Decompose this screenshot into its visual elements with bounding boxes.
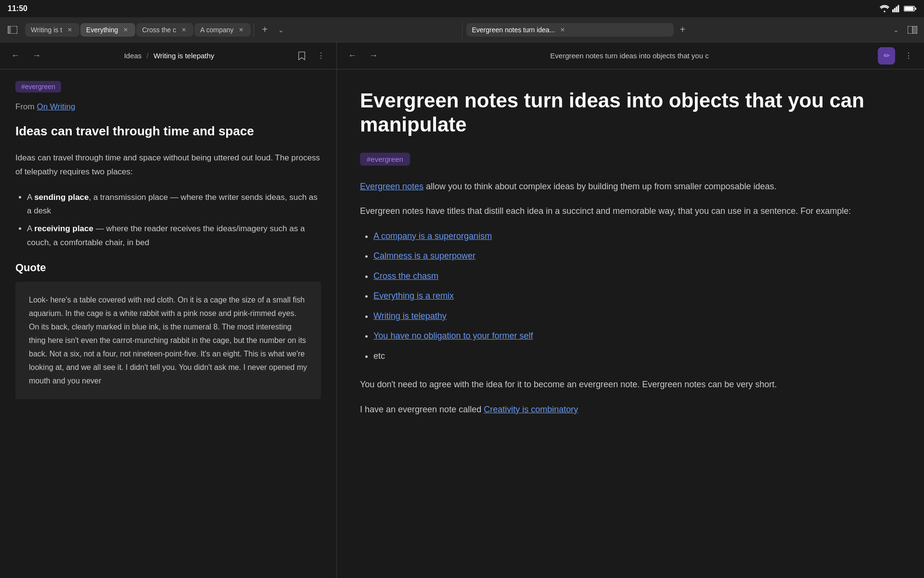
tab-separator	[254, 23, 254, 37]
tab-evergreen-close[interactable]: ✕	[559, 26, 566, 34]
quote-text: Look- here's a table covered with red cl…	[29, 293, 308, 388]
svg-rect-10	[912, 26, 917, 34]
bullet-writing: Writing is telepathy	[373, 309, 901, 324]
left-pane-content: #evergreen From On Writing Ideas can tra…	[0, 69, 336, 578]
tab-cross-label: Cross the c	[142, 26, 176, 34]
svg-rect-5	[915, 7, 916, 10]
signal-icon	[892, 5, 901, 13]
left-forward-button[interactable]: →	[29, 48, 44, 64]
status-time: 11:50	[8, 4, 27, 13]
wifi-icon	[880, 5, 889, 13]
left-tag[interactable]: #evergreen	[15, 81, 61, 92]
etc-text: etc	[373, 351, 385, 361]
tab-everything[interactable]: Everything ✕	[80, 23, 135, 37]
tab-writing-close[interactable]: ✕	[66, 26, 74, 34]
tab-add-left-button[interactable]: +	[257, 22, 272, 38]
right-tag[interactable]: #evergreen	[360, 153, 410, 166]
right-body-agree: You don't need to agree with the idea fo…	[360, 377, 901, 393]
breadcrumb-current: Writing is telepathy	[154, 52, 214, 60]
breadcrumb-parent: Ideas	[124, 52, 142, 60]
bullet-etc: etc	[373, 349, 901, 364]
tab-dropdown-right-button[interactable]: ⌄	[888, 22, 904, 38]
left-toolbar-icons: ⋮	[294, 48, 329, 64]
tab-everything-close[interactable]: ✕	[122, 26, 129, 34]
blockquote: Look- here's a table covered with red cl…	[15, 282, 321, 399]
right-body-evergreen-link: Evergreen notes allow you to think about…	[360, 179, 901, 195]
creativity-link[interactable]: Creativity is combinatory	[484, 405, 578, 414]
right-title: Evergreen notes turn ideas into objects …	[360, 89, 901, 137]
svg-rect-8	[8, 26, 11, 34]
status-icons	[880, 5, 916, 13]
sidebar-toggle-button[interactable]	[4, 21, 21, 39]
tab-company[interactable]: A company ✕	[194, 23, 251, 37]
main-content: ← → Ideas / Writing is telepathy ⋮ #ever…	[0, 42, 924, 578]
left-more-button[interactable]: ⋮	[313, 48, 329, 64]
tab-writing[interactable]: Writing is t ✕	[25, 23, 79, 37]
right-body-titles: Evergreen notes have titles that distill…	[360, 204, 901, 219]
tab-cross-close[interactable]: ✕	[180, 26, 188, 34]
left-back-button[interactable]: ←	[8, 48, 23, 64]
tab-company-label: A company	[200, 26, 233, 34]
bullet-item-receiving: A receiving place — where the reader rec…	[27, 222, 321, 250]
svg-rect-6	[904, 7, 913, 11]
bookmark-button[interactable]	[294, 48, 309, 64]
writing-link[interactable]: Writing is telepathy	[373, 311, 447, 321]
from-link[interactable]: On Writing	[37, 102, 75, 111]
battery-icon	[904, 5, 916, 12]
obligation-link[interactable]: You have no obligation to your former se…	[373, 331, 533, 341]
right-pane-content: Evergreen notes turn ideas into objects …	[337, 69, 924, 578]
right-back-button[interactable]: ←	[345, 48, 360, 64]
edit-button[interactable]: ✏	[878, 47, 895, 65]
tab-writing-label: Writing is t	[31, 26, 62, 34]
tab-bar-left: Writing is t ✕ Everything ✕ Cross the c …	[0, 21, 462, 39]
svg-rect-0	[892, 10, 894, 13]
right-bullet-list: A company is a superorganism Calmness is…	[360, 229, 901, 364]
everything-link[interactable]: Everything is a remix	[373, 291, 454, 301]
bullet-company: A company is a superorganism	[373, 229, 901, 244]
left-pane-toolbar: ← → Ideas / Writing is telepathy ⋮	[0, 42, 336, 69]
tab-everything-label: Everything	[86, 26, 118, 34]
breadcrumb-separator: /	[147, 52, 149, 60]
bullet-everything: Everything is a remix	[373, 289, 901, 304]
tab-bar: Writing is t ✕ Everything ✕ Cross the c …	[0, 17, 924, 42]
svg-rect-1	[894, 8, 896, 13]
svg-rect-2	[896, 7, 898, 13]
from-text: From On Writing	[15, 102, 321, 112]
right-body-closing: I have an evergreen note called Creativi…	[360, 402, 901, 418]
receiving-place-bold: receiving place	[34, 224, 93, 233]
cross-link[interactable]: Cross the chasm	[373, 271, 438, 281]
tab-bar-right: Evergreen notes turn idea... ✕ + ⌄	[462, 22, 924, 38]
evergreen-notes-link[interactable]: Evergreen notes	[360, 182, 424, 191]
bullet-obligation: You have no obligation to your former se…	[373, 328, 901, 344]
tab-company-close[interactable]: ✕	[237, 26, 245, 34]
layout-toggle-button[interactable]	[905, 22, 920, 38]
tab-dropdown-left-button[interactable]: ⌄	[273, 22, 289, 38]
pencil-icon: ✏	[884, 51, 890, 60]
right-forward-button[interactable]: →	[366, 48, 381, 64]
note-body-intro: Ideas can travel through time and space …	[15, 151, 321, 179]
svg-rect-3	[898, 5, 899, 13]
bullet-calmness: Calmness is a superpower	[373, 249, 901, 264]
right-pane-toolbar: ← → Evergreen notes turn ideas into obje…	[337, 42, 924, 69]
bullet-cross: Cross the chasm	[373, 269, 901, 284]
bullet-item-sending: A sending place, a transmission place — …	[27, 191, 321, 219]
quote-heading: Quote	[15, 262, 321, 274]
status-bar: 11:50	[0, 0, 924, 17]
breadcrumb: Ideas / Writing is telepathy	[50, 52, 288, 60]
bullet-list: A sending place, a transmission place — …	[15, 191, 321, 250]
company-link[interactable]: A company is a superorganism	[373, 231, 492, 241]
tab-cross[interactable]: Cross the c ✕	[136, 23, 193, 37]
tab-evergreen[interactable]: Evergreen notes turn idea... ✕	[466, 23, 674, 37]
right-breadcrumb: Evergreen notes turn ideas into objects …	[387, 52, 872, 60]
right-more-button[interactable]: ⋮	[901, 48, 916, 64]
left-pane: ← → Ideas / Writing is telepathy ⋮ #ever…	[0, 42, 337, 578]
calmness-link[interactable]: Calmness is a superpower	[373, 251, 475, 261]
tab-evergreen-label: Evergreen notes turn idea...	[472, 26, 555, 34]
tab-add-right-button[interactable]: +	[675, 22, 690, 38]
sending-place-bold: sending place	[34, 193, 89, 202]
note-title: Ideas can travel through time and space	[15, 123, 321, 140]
right-pane: ← → Evergreen notes turn ideas into obje…	[337, 42, 924, 578]
